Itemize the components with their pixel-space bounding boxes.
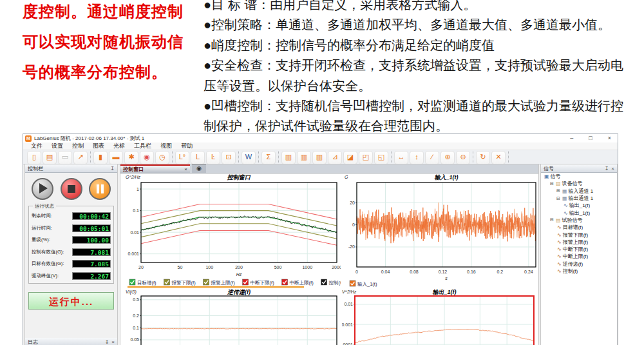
- status-value: 100.00: [72, 236, 111, 244]
- toolbar-open-button[interactable]: ▭: [58, 151, 72, 164]
- stop-button[interactable]: [61, 178, 82, 200]
- plot[interactable]: 20501002005001000200010.10.010.001控制窗口G^…: [123, 173, 341, 288]
- toolbar-cursor-l1-button[interactable]: L°: [175, 151, 189, 164]
- tree-item-8[interactable]: ∿报警下限(f): [541, 231, 617, 238]
- legend-checkbox[interactable]: [282, 279, 288, 285]
- toolbar-span-vertical-button[interactable]: ↕: [410, 151, 424, 164]
- tree-item-11[interactable]: ∿中断上限(f): [541, 253, 617, 260]
- pause-button[interactable]: [89, 178, 111, 200]
- status-row: 剩余时间:00:00:42: [32, 212, 111, 220]
- tree-item-13[interactable]: ∿控制(f): [541, 268, 617, 275]
- tree-item-6[interactable]: ⊟▤试验信号: [541, 217, 617, 224]
- tree-item-4[interactable]: ∿输出_1(f): [541, 202, 617, 209]
- legend-checkbox[interactable]: [129, 279, 135, 285]
- log-panel-header: 日志 ↧ ×: [25, 338, 117, 345]
- toolbar-export-word-button[interactable]: W: [242, 151, 256, 164]
- legend-checkbox[interactable]: [204, 279, 209, 285]
- legend-checkbox[interactable]: [243, 279, 249, 285]
- toolbar-layout-dual-button[interactable]: ◰: [359, 151, 373, 164]
- legend-label: 中断下限(f): [251, 280, 275, 286]
- toolbar-cursor-l2-button[interactable]: L: [191, 151, 205, 164]
- toolbar-chart-bars-2-button[interactable]: ▥: [297, 151, 311, 164]
- toolbar-zoom-out-button[interactable]: ⊖: [456, 151, 470, 164]
- legend-checkbox[interactable]: [164, 279, 170, 285]
- pin-icon[interactable]: ↧: [110, 166, 115, 172]
- toolbar-sum-analysis-button[interactable]: Σ: [261, 151, 276, 164]
- toolbar-output-device-button[interactable]: ▬: [109, 151, 123, 164]
- toolbar-chart-bars-1-button[interactable]: ▥: [281, 151, 296, 164]
- menu-item-4[interactable]: 光标: [109, 142, 129, 150]
- status-label: 控制有效值(G):: [32, 249, 64, 255]
- tree-item-7[interactable]: ∿目标谱(f): [541, 224, 617, 231]
- plot[interactable]: 00.040.080.120.160.20.24200-20输入_1(t)Gs输…: [342, 173, 537, 288]
- toolbar-schedule-disc-button[interactable]: ◉: [140, 151, 154, 164]
- menu-item-3[interactable]: 图表: [88, 142, 109, 150]
- toolbar-refresh-button[interactable]: ↻: [476, 151, 490, 164]
- pin-icon[interactable]: ↧: [605, 166, 609, 172]
- toolbar-chart-axes-button[interactable]: ⊿: [328, 151, 342, 164]
- tree-item-2[interactable]: ⊞▦输入通道 1: [541, 188, 617, 195]
- toolbar-group: ↔↕∕⊕⊖: [392, 151, 473, 164]
- menu-item-0[interactable]: 文件: [26, 142, 47, 150]
- toolbar-clock-button[interactable]: ◷: [155, 151, 169, 164]
- close-button[interactable]: ×: [608, 135, 611, 141]
- svg-text:逆传递(f): 逆传递(f): [227, 289, 251, 295]
- toolbar-new-file-button[interactable]: ▯: [27, 151, 41, 164]
- legend-checkbox[interactable]: [321, 279, 327, 285]
- channel-icon: ▦: [562, 195, 567, 201]
- toolbar-layout-grid-button[interactable]: ◱: [374, 151, 388, 164]
- close-icon[interactable]: ×: [111, 339, 115, 345]
- plot[interactable]: 0.010.0010.0001输出_1(f)V^2/Hz: [342, 288, 537, 345]
- tree-item-label: 中断上限(f): [563, 253, 589, 260]
- signal-panel: 信号 ↧ × ▣信号⊟▤设备信号⊞▦输入通道 1⊟▦输出通道 1∿输出_1(f)…: [540, 164, 618, 345]
- toolbar-export-button[interactable]: ↗: [73, 151, 88, 164]
- menu-item-5[interactable]: 工具栏: [129, 142, 156, 150]
- toolbar-chart-bars-3-button[interactable]: ▥: [312, 151, 327, 164]
- menu-item-7[interactable]: 帮助: [176, 142, 197, 150]
- tree-item-0[interactable]: ▣信号: [541, 173, 617, 180]
- tab-control-window[interactable]: 控制窗口 ×: [120, 164, 190, 173]
- collapse-icon[interactable]: ⊟: [549, 181, 554, 186]
- status-value: 00:05:01: [72, 224, 111, 232]
- toolbar-settings-gear-button[interactable]: ✱: [124, 151, 138, 164]
- menu-item-1[interactable]: 设置: [47, 142, 68, 150]
- menu-item-6[interactable]: 视图: [156, 142, 176, 150]
- toolbar-save-button[interactable]: ▤: [43, 151, 57, 164]
- toolbar-span-slope-button[interactable]: ∕: [425, 151, 439, 164]
- menu-item-2[interactable]: 控制: [68, 142, 88, 150]
- close-icon[interactable]: ×: [611, 166, 614, 172]
- toolbar-autoscale-button[interactable]: ✕: [491, 151, 506, 164]
- tree-item-1[interactable]: ⊟▤设备信号: [541, 180, 617, 187]
- toolbar-cursor-l3-button[interactable]: Ŀ: [206, 151, 220, 164]
- menu-bar: 文件设置控制图表光标工具栏视图帮助: [23, 143, 618, 150]
- tree-item-10[interactable]: ∿中断下限(f): [541, 246, 617, 253]
- collapse-icon[interactable]: ⊟: [549, 217, 554, 222]
- plot[interactable]: 0.50.20.10.05逆传递(f)V/(G): [123, 288, 341, 345]
- toolbar-group: ▯▤▭↗: [24, 151, 91, 164]
- expand-icon[interactable]: ⊞: [556, 188, 561, 193]
- toolbar-zoom-in-button[interactable]: ⊕: [440, 151, 455, 164]
- probe-icon: ∿: [557, 224, 562, 230]
- restore-button[interactable]: □: [589, 135, 592, 141]
- svg-text:0.1: 0.1: [133, 326, 139, 330]
- tree-item-5[interactable]: ∿输出_1(t): [541, 209, 617, 216]
- tab-close-icon[interactable]: ×: [184, 166, 187, 172]
- capture-tab[interactable]: ◉: [192, 164, 206, 173]
- svg-text:V^2/Hz: V^2/Hz: [342, 290, 357, 294]
- probe-icon: ∿: [557, 246, 562, 252]
- run-status-group: 运行状态 剩余时间:00:00:42运行时间:00:05:01量级(%):100…: [28, 206, 114, 284]
- play-button[interactable]: [32, 178, 53, 200]
- collapse-icon[interactable]: ⊟: [556, 196, 561, 201]
- tree-item-3[interactable]: ⊟▦输出通道 1: [541, 195, 617, 202]
- toolbar-span-horizontal-button[interactable]: ↔: [394, 151, 408, 164]
- toolbar-copy-window-button[interactable]: ⊡: [222, 151, 236, 164]
- tree-item-12[interactable]: ∿逆传递(f): [541, 261, 617, 268]
- svg-text:0.5: 0.5: [133, 297, 139, 302]
- pin-icon[interactable]: ↧: [105, 339, 109, 345]
- toolbar-chart-report-button[interactable]: ◪: [343, 151, 357, 164]
- signal-icon: ∿: [564, 210, 568, 216]
- minimize-button[interactable]: –: [570, 135, 573, 141]
- legend-checkbox[interactable]: [350, 281, 355, 286]
- tree-item-9[interactable]: ∿报警上限(f): [541, 239, 617, 246]
- toolbar-input-device-button[interactable]: ▮: [93, 151, 108, 164]
